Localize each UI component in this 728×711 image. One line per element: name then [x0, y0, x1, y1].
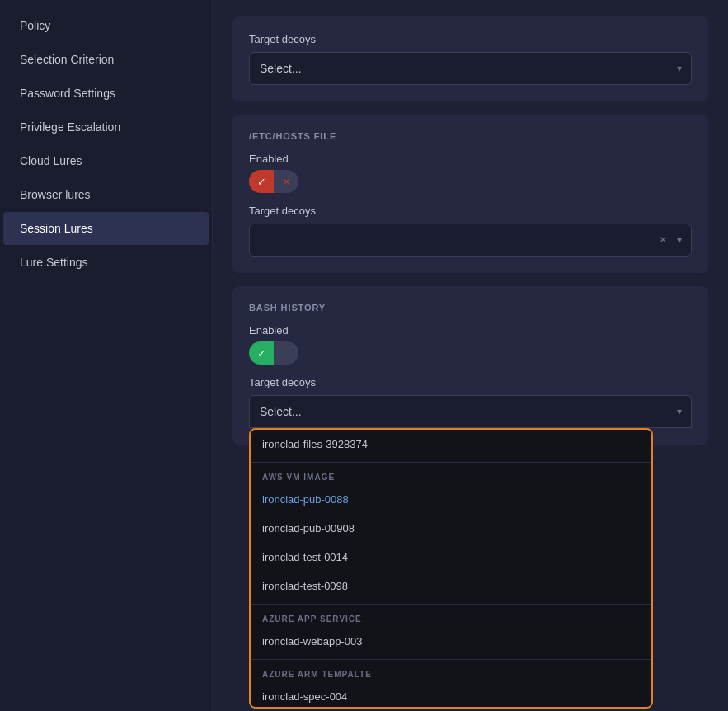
sidebar-item-session-lures[interactable]: Session Lures [3, 212, 209, 245]
etc-hosts-toggle[interactable]: ✓ ✕ [249, 170, 298, 193]
dropdown-header-azure-app: AZURE APP SERVICE [251, 608, 651, 627]
etc-hosts-target-decoys-select[interactable]: ✕ ▾ [249, 224, 692, 257]
bash-history-toggle-group: ✓ [249, 341, 692, 365]
chevron-down-icon: ▾ [677, 234, 682, 246]
sidebar-item-browser-lures[interactable]: Browser lures [3, 178, 209, 211]
chevron-down-icon: ▾ [677, 63, 682, 74]
dropdown-item-ironclad-test-0098[interactable]: ironclad-test-0098 [251, 572, 651, 600]
dropdown-item-ironclad-test-0014[interactable]: ironclad-test-0014 [251, 543, 651, 572]
clear-icon[interactable]: ✕ [659, 234, 667, 246]
dropdown-item-ironclad-pub-0088[interactable]: ironclad-pub-0088 [251, 485, 651, 514]
sidebar-item-selection-criterion[interactable]: Selection Criterion [3, 43, 209, 76]
sidebar: Policy Selection Criterion Password Sett… [0, 0, 213, 711]
check-icon: ✓ [257, 176, 266, 188]
bash-history-toggle[interactable]: ✓ [249, 341, 298, 365]
bash-history-section: BASH HISTORY Enabled ✓ Target decoys Sel… [232, 286, 708, 445]
dropdown-item-ironclad-pub-00908[interactable]: ironclad-pub-00908 [251, 514, 651, 543]
sidebar-item-lure-settings[interactable]: Lure Settings [3, 246, 209, 279]
dropdown-divider [251, 462, 651, 463]
toggle-on-inactive-side[interactable]: ✕ [274, 170, 298, 193]
toggle-on-side[interactable]: ✓ [249, 341, 274, 365]
target-decoys-top-placeholder: Select... [260, 62, 302, 75]
dropdown-header-aws-vm: AWS VM IMAGE [251, 466, 651, 485]
bash-history-label: BASH HISTORY [249, 303, 692, 313]
bash-history-select[interactable]: Select... ▾ [249, 395, 692, 428]
dropdown-item-ironclad-spec-004[interactable]: ironclad-spec-004 [251, 682, 651, 709]
etc-hosts-target-decoys-wrapper: ✕ ▾ [249, 224, 692, 257]
etc-hosts-toggle-group: ✓ ✕ [249, 170, 692, 193]
toggle-off-side[interactable]: ✓ [249, 170, 274, 193]
toggle-off-inactive-side[interactable] [274, 341, 298, 365]
etc-hosts-target-decoys-label: Target decoys [249, 205, 692, 217]
target-decoys-top-select[interactable]: Select... ▾ [249, 52, 692, 85]
dropdown-item-ironclad-webapp-003[interactable]: ironclad-webapp-003 [251, 627, 651, 656]
check-icon: ✓ [257, 347, 266, 360]
etc-hosts-enabled-label: Enabled [249, 153, 692, 165]
dropdown-divider-3 [251, 659, 651, 660]
bash-history-enabled-label: Enabled [249, 324, 692, 337]
sidebar-item-policy[interactable]: Policy [3, 9, 209, 42]
sidebar-item-privilege-escalation[interactable]: Privilege Escalation [3, 111, 209, 144]
cross-icon: ✕ [282, 176, 291, 188]
sidebar-item-password-settings[interactable]: Password Settings [3, 77, 209, 110]
main-content: Target decoys Select... ▾ /ETC/HOSTS FIL… [213, 0, 728, 711]
bash-history-select-placeholder: Select... [260, 405, 302, 418]
etc-hosts-label: /ETC/HOSTS FILE [249, 131, 692, 141]
dropdown-item-ironclad-files[interactable]: ironclad-files-3928374 [251, 430, 651, 459]
bash-history-dropdown-list: ironclad-files-3928374 AWS VM IMAGE iron… [249, 428, 653, 709]
dropdown-divider-2 [251, 604, 651, 605]
dropdown-header-azure-arm: AZURE ARM TEMPALTE [251, 663, 651, 682]
target-decoys-top-section: Target decoys Select... ▾ [232, 16, 708, 101]
sidebar-item-cloud-lures[interactable]: Cloud Lures [3, 144, 209, 177]
target-decoys-top-label: Target decoys [249, 33, 692, 45]
etc-hosts-section: /ETC/HOSTS FILE Enabled ✓ ✕ Target decoy… [232, 115, 708, 273]
bash-history-target-decoys-label: Target decoys [249, 376, 692, 388]
bash-history-dropdown-wrapper: Select... ▾ ironclad-files-3928374 AWS V… [249, 395, 692, 428]
chevron-down-icon: ▾ [677, 406, 682, 417]
target-decoys-top-select-wrapper: Select... ▾ [249, 52, 692, 85]
